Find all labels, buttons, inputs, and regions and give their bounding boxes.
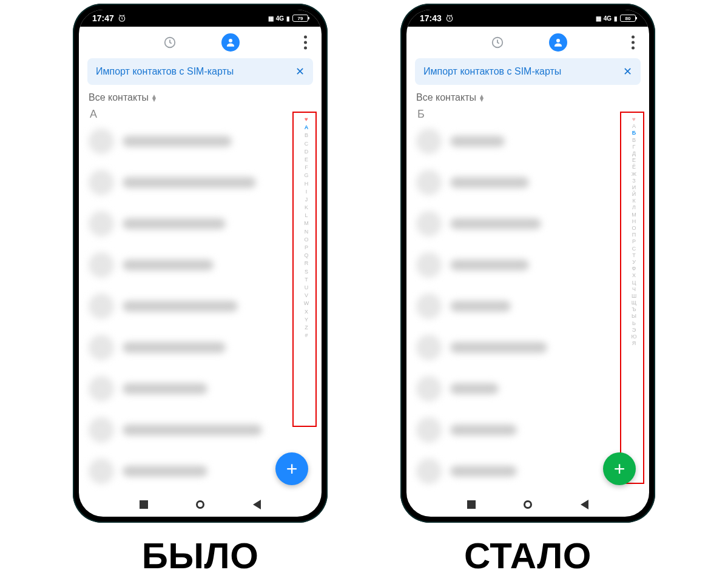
contacts-list[interactable] <box>406 121 649 492</box>
index-letter[interactable]: R <box>305 261 309 266</box>
contacts-list[interactable] <box>79 121 322 492</box>
index-letter[interactable]: И <box>632 185 636 190</box>
tab-recents[interactable] <box>161 33 179 52</box>
index-letter[interactable]: # <box>305 333 308 338</box>
index-letter[interactable]: L <box>305 213 308 218</box>
index-letter[interactable]: Щ <box>632 300 636 306</box>
contact-row[interactable] <box>411 203 644 244</box>
index-letter[interactable]: I <box>306 189 308 195</box>
index-letter[interactable]: О <box>632 226 636 231</box>
index-letter[interactable]: X <box>305 309 308 315</box>
index-letter[interactable]: G <box>304 173 308 178</box>
index-letter[interactable]: P <box>305 245 308 250</box>
contacts-filter[interactable]: Все контакты ▴▾ <box>79 85 322 106</box>
contact-row[interactable] <box>84 203 317 244</box>
contact-row[interactable] <box>411 244 644 286</box>
heart-icon[interactable]: ♥ <box>305 116 308 123</box>
index-letter[interactable]: C <box>305 141 309 147</box>
contact-row[interactable] <box>411 409 644 451</box>
import-sim-banner[interactable]: Импорт контактов с SIM-карты ✕ <box>87 58 313 85</box>
index-letter[interactable]: Ё <box>632 164 636 170</box>
contact-row[interactable] <box>84 162 317 203</box>
index-letter[interactable]: W <box>304 301 309 306</box>
index-letter[interactable]: Б <box>632 130 636 136</box>
index-letter[interactable]: Я <box>632 341 636 346</box>
alpha-index[interactable]: ♥АБВГДЕЁЖЗИЙКЛМНОПРСТУФХЦЧШЩЪЫЬЭЮЯ <box>627 116 641 346</box>
tab-contacts[interactable] <box>549 33 567 52</box>
index-letter[interactable]: M <box>304 221 309 226</box>
index-letter[interactable]: П <box>632 232 636 238</box>
index-letter[interactable]: Ф <box>632 266 636 272</box>
contact-row[interactable] <box>84 409 317 451</box>
contact-row[interactable] <box>411 162 644 203</box>
close-icon[interactable]: ✕ <box>295 65 305 78</box>
index-letter[interactable]: D <box>305 149 309 155</box>
index-letter[interactable]: B <box>305 133 308 138</box>
index-letter[interactable]: Ч <box>632 287 636 292</box>
nav-back-icon[interactable] <box>253 500 261 509</box>
index-letter[interactable]: H <box>305 181 309 187</box>
contact-row[interactable] <box>411 368 644 409</box>
index-letter[interactable]: Ю <box>631 334 636 340</box>
nav-home-icon[interactable] <box>524 500 532 509</box>
index-letter[interactable]: Т <box>632 253 636 258</box>
contact-row[interactable] <box>411 286 644 327</box>
index-letter[interactable]: F <box>305 165 308 170</box>
heart-icon[interactable]: ♥ <box>632 116 636 123</box>
index-letter[interactable]: Ъ <box>632 307 636 312</box>
index-letter[interactable]: З <box>632 178 635 184</box>
index-letter[interactable]: А <box>632 124 636 129</box>
tab-recents[interactable] <box>488 33 507 52</box>
contact-row[interactable] <box>84 368 317 409</box>
index-letter[interactable]: К <box>632 198 635 204</box>
index-letter[interactable]: Ц <box>632 280 636 286</box>
index-letter[interactable]: Ь <box>632 321 636 326</box>
overflow-menu-icon[interactable] <box>304 36 307 50</box>
index-letter[interactable]: Д <box>632 151 636 156</box>
close-icon[interactable]: ✕ <box>623 65 632 78</box>
contact-row[interactable] <box>84 286 317 327</box>
nav-recents-icon[interactable] <box>467 500 476 509</box>
contact-row[interactable] <box>84 327 317 368</box>
index-letter[interactable]: Г <box>633 144 636 150</box>
contact-row[interactable] <box>84 244 317 286</box>
index-letter[interactable]: Ы <box>632 314 636 319</box>
index-letter[interactable]: J <box>305 197 308 203</box>
index-letter[interactable]: Р <box>632 239 636 244</box>
index-letter[interactable]: Э <box>632 327 636 333</box>
nav-recents-icon[interactable] <box>140 500 148 509</box>
nav-back-icon[interactable] <box>581 500 588 509</box>
index-letter[interactable]: Z <box>305 325 308 331</box>
index-letter[interactable]: V <box>305 293 308 298</box>
index-letter[interactable]: Ш <box>632 294 636 299</box>
index-letter[interactable]: У <box>632 260 636 265</box>
index-letter[interactable]: A <box>305 125 309 130</box>
overflow-menu-icon[interactable] <box>632 36 635 50</box>
index-letter[interactable]: В <box>632 138 636 143</box>
index-letter[interactable]: N <box>305 229 309 235</box>
contact-row[interactable] <box>84 121 317 162</box>
index-letter[interactable]: S <box>305 269 308 275</box>
index-letter[interactable]: E <box>305 157 308 163</box>
index-letter[interactable]: K <box>305 205 308 210</box>
contacts-filter[interactable]: Все контакты ▴▾ <box>406 85 649 106</box>
index-letter[interactable]: Л <box>632 205 636 210</box>
alpha-index[interactable]: ♥ABCDEFGHIJKLMNOPQRSTUVWXYZ# <box>300 116 313 338</box>
index-letter[interactable]: O <box>304 237 308 243</box>
index-letter[interactable]: Х <box>632 273 636 278</box>
nav-home-icon[interactable] <box>196 500 204 509</box>
import-sim-banner[interactable]: Импорт контактов с SIM-карты ✕ <box>415 58 641 85</box>
index-letter[interactable]: T <box>305 277 308 283</box>
index-letter[interactable]: U <box>305 285 309 290</box>
index-letter[interactable]: Ж <box>632 172 636 177</box>
tab-contacts[interactable] <box>221 33 240 52</box>
add-contact-fab[interactable]: + <box>275 452 308 485</box>
index-letter[interactable]: Н <box>632 219 636 224</box>
add-contact-fab[interactable]: + <box>603 452 636 485</box>
index-letter[interactable]: Y <box>305 317 308 323</box>
index-letter[interactable]: Е <box>632 158 636 163</box>
index-letter[interactable]: Q <box>304 253 308 258</box>
index-letter[interactable]: С <box>632 246 636 252</box>
index-letter[interactable]: Й <box>632 192 636 197</box>
contact-row[interactable] <box>411 121 644 162</box>
